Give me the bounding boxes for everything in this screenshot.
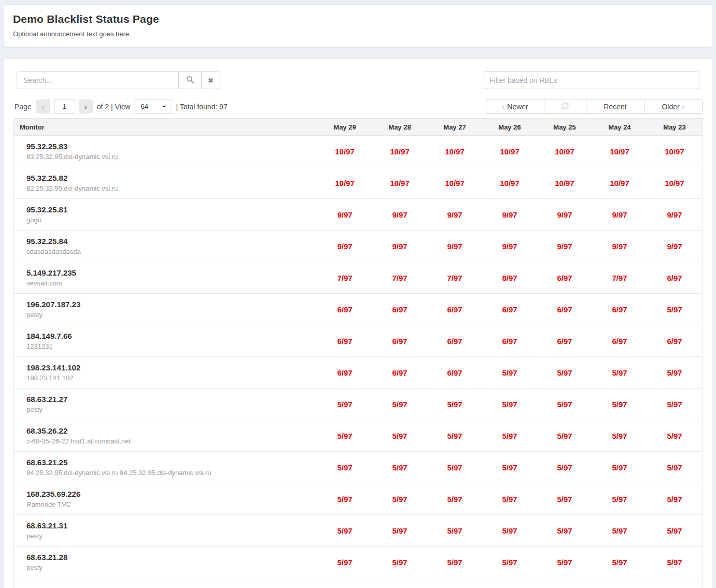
monitor-row[interactable]: 95.32.25.81gogo9/979/979/979/979/979/979… [14, 199, 702, 231]
blacklist-count-cell[interactable]: 5/97 [427, 495, 482, 504]
blacklist-count-cell[interactable]: 5/97 [592, 400, 647, 409]
blacklist-count-cell[interactable]: 10/97 [372, 179, 427, 188]
monitor-row[interactable]: 95.32.25.8383.25.32.95.dsl-dynamic.vsi.r… [14, 136, 702, 167]
blacklist-count-cell[interactable]: 10/97 [427, 179, 482, 188]
blacklist-count-cell[interactable]: 5/97 [372, 526, 427, 535]
blacklist-count-cell[interactable]: 7/97 [372, 274, 427, 282]
blacklist-count-cell[interactable]: 6/97 [537, 305, 592, 314]
blacklist-count-cell[interactable]: 10/97 [482, 147, 537, 156]
blacklist-count-cell[interactable]: 8/97 [482, 274, 537, 282]
blacklist-count-cell[interactable]: 9/97 [482, 210, 537, 219]
newer-button[interactable]: ‹ Newer [486, 99, 544, 114]
blacklist-count-cell[interactable]: 5/97 [537, 463, 592, 472]
older-button[interactable]: Older › [644, 99, 703, 114]
blacklist-count-cell[interactable]: 9/97 [482, 242, 537, 251]
blacklist-count-cell[interactable]: 7/97 [592, 274, 647, 282]
blacklist-count-cell[interactable]: 6/97 [482, 337, 537, 346]
clear-search-button[interactable]: ✖ [201, 71, 220, 89]
monitor-row[interactable]: 5.149.217.235sevsait.com7/977/977/978/97… [14, 262, 702, 294]
monitor-row[interactable]: 168.235.69.226Ramnode TVC5/975/975/975/9… [14, 483, 702, 515]
blacklist-count-cell[interactable]: 5/97 [537, 432, 592, 440]
blacklist-count-cell[interactable]: 10/97 [317, 147, 372, 156]
blacklist-count-cell[interactable]: 9/97 [647, 242, 702, 251]
blacklist-count-cell[interactable]: 5/97 [372, 432, 427, 440]
blacklist-count-cell[interactable]: 5/97 [317, 495, 372, 504]
blacklist-count-cell[interactable]: 10/97 [537, 147, 592, 156]
blacklist-count-cell[interactable]: 5/97 [647, 305, 702, 314]
page-number-input[interactable] [54, 99, 75, 114]
blacklist-count-cell[interactable]: 9/97 [317, 242, 372, 251]
blacklist-count-cell[interactable]: 5/97 [592, 495, 647, 504]
blacklist-count-cell[interactable]: 10/97 [427, 147, 482, 156]
blacklist-count-cell[interactable]: 6/97 [482, 305, 537, 314]
blacklist-count-cell[interactable]: 5/97 [647, 400, 702, 409]
blacklist-count-cell[interactable]: 6/97 [372, 305, 427, 314]
monitor-row[interactable]: 68.35.26.22c-68-35-26-22.hsd1.al.comcast… [14, 420, 702, 452]
blacklist-count-cell[interactable]: 5/97 [647, 558, 702, 567]
blacklist-count-cell[interactable]: 6/97 [592, 305, 647, 314]
rbl-filter-input[interactable] [483, 71, 699, 89]
blacklist-count-cell[interactable]: 5/97 [537, 526, 592, 535]
blacklist-count-cell[interactable]: 6/97 [372, 337, 427, 346]
recent-button[interactable]: Recent [586, 99, 644, 114]
blacklist-count-cell[interactable]: 10/97 [592, 179, 647, 188]
blacklist-count-cell[interactable]: 5/97 [372, 463, 427, 472]
blacklist-count-cell[interactable]: 9/97 [317, 210, 372, 219]
blacklist-count-cell[interactable]: 6/97 [317, 368, 372, 377]
blacklist-count-cell[interactable]: 10/97 [592, 147, 647, 156]
monitor-row[interactable]: 95.32.25.8282.25.32.95.dsl-dynamic.vsi.r… [14, 167, 702, 199]
monitor-row[interactable]: 68.63.21.27pesty5/975/975/975/975/975/97… [14, 389, 702, 420]
blacklist-count-cell[interactable]: 9/97 [427, 210, 482, 219]
blacklist-count-cell[interactable]: 5/97 [482, 526, 537, 535]
blacklist-count-cell[interactable]: 6/97 [372, 368, 427, 377]
blacklist-count-cell[interactable]: 5/97 [317, 558, 372, 567]
blacklist-count-cell[interactable]: 5/97 [647, 526, 702, 535]
blacklist-count-cell[interactable]: 5/97 [592, 368, 647, 377]
monitor-row[interactable]: 198.23.141.102198.23.141.1026/976/976/97… [14, 357, 702, 389]
blacklist-count-cell[interactable]: 5/97 [482, 432, 537, 440]
blacklist-count-cell[interactable]: 9/97 [372, 242, 427, 251]
blacklist-count-cell[interactable]: 5/97 [592, 558, 647, 567]
blacklist-count-cell[interactable]: 5/97 [482, 368, 537, 377]
blacklist-count-cell[interactable]: 5/97 [427, 526, 482, 535]
blacklist-count-cell[interactable]: 9/97 [537, 210, 592, 219]
blacklist-count-cell[interactable]: 6/97 [317, 305, 372, 314]
blacklist-count-cell[interactable]: 5/97 [537, 558, 592, 567]
blacklist-count-cell[interactable]: 5/97 [482, 463, 537, 472]
blacklist-count-cell[interactable]: 5/97 [647, 495, 702, 504]
blacklist-count-cell[interactable]: 5/97 [427, 558, 482, 567]
blacklist-count-cell[interactable]: 5/97 [372, 400, 427, 409]
blacklist-count-cell[interactable]: 5/97 [482, 495, 537, 504]
monitor-row[interactable]: 68.63.21.28pesty5/975/975/975/975/975/97… [14, 547, 702, 578]
blacklist-count-cell[interactable]: 5/97 [647, 463, 702, 472]
blacklist-count-cell[interactable]: 9/97 [427, 242, 482, 251]
next-page-button[interactable]: › [79, 99, 93, 113]
blacklist-count-cell[interactable]: 9/97 [647, 210, 702, 219]
blacklist-count-cell[interactable]: 5/97 [317, 463, 372, 472]
blacklist-count-cell[interactable]: 5/97 [427, 463, 482, 472]
monitor-row[interactable]: 95.32.25.84sdasdasdasdasda9/979/979/979/… [14, 231, 702, 262]
blacklist-count-cell[interactable]: 6/97 [317, 337, 372, 346]
refresh-button[interactable] [544, 99, 586, 114]
blacklist-count-cell[interactable]: 10/97 [482, 179, 537, 188]
blacklist-count-cell[interactable]: 5/97 [317, 526, 372, 535]
blacklist-count-cell[interactable]: 7/97 [427, 274, 482, 282]
per-page-select[interactable]: 64 ⌄ [135, 99, 172, 114]
blacklist-count-cell[interactable]: 5/97 [537, 495, 592, 504]
blacklist-count-cell[interactable]: 6/97 [647, 337, 702, 346]
blacklist-count-cell[interactable]: 5/97 [427, 432, 482, 440]
monitor-row[interactable]: 184.149.7.6612312316/976/976/976/976/976… [14, 325, 702, 357]
blacklist-count-cell[interactable]: 10/97 [537, 179, 592, 188]
blacklist-count-cell[interactable]: 6/97 [537, 274, 592, 282]
blacklist-count-cell[interactable]: 5/97 [482, 558, 537, 567]
blacklist-count-cell[interactable]: 10/97 [372, 147, 427, 156]
blacklist-count-cell[interactable]: 6/97 [427, 337, 482, 346]
blacklist-count-cell[interactable]: 5/97 [592, 463, 647, 472]
monitor-row[interactable]: 68.63.21.31pesty5/975/975/975/975/975/97… [14, 515, 702, 547]
blacklist-count-cell[interactable]: 5/97 [537, 368, 592, 377]
blacklist-count-cell[interactable]: 5/97 [592, 526, 647, 535]
blacklist-count-cell[interactable]: 7/97 [317, 274, 372, 282]
prev-page-button[interactable]: ‹ [36, 99, 50, 113]
blacklist-count-cell[interactable]: 5/97 [372, 495, 427, 504]
blacklist-count-cell[interactable]: 5/97 [537, 400, 592, 409]
